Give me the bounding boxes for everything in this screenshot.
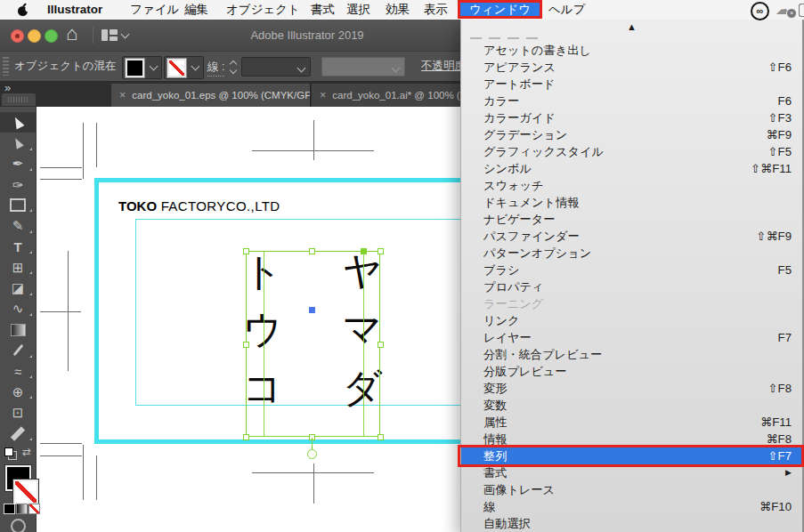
menu-help[interactable]: ヘルプ bbox=[548, 0, 585, 20]
document-tab-eps[interactable]: × card_yoko_01.eps @ 100% (CMYK/GPU プレビュ… bbox=[111, 84, 311, 107]
menu-item-properties[interactable]: プロパティ bbox=[461, 278, 802, 295]
menu-item-align[interactable]: 整列⇧F7 bbox=[461, 447, 802, 464]
menu-window-highlighted[interactable]: ウィンドウ bbox=[458, 0, 542, 19]
paintbrush-tool-icon: ✎ bbox=[12, 218, 24, 234]
selection-status-label: オブジェクトの混在 bbox=[14, 52, 117, 81]
menu-select[interactable]: 選択 bbox=[346, 0, 370, 20]
menu-item-appearance[interactable]: アピアランス⇧F6 bbox=[461, 59, 802, 76]
menu-type[interactable]: 書式 bbox=[311, 0, 335, 20]
menu-item-pattern-options[interactable]: パターンオプション bbox=[461, 245, 802, 262]
none-mode-icon[interactable] bbox=[28, 504, 40, 514]
artboard-tool[interactable]: ⊡ bbox=[0, 402, 36, 423]
menu-item-stroke[interactable]: 線⌘F10 bbox=[461, 498, 802, 515]
menu-item-label: パターンオプション bbox=[483, 245, 591, 262]
collapse-panel-button[interactable]: » bbox=[4, 81, 11, 94]
menu-item-symbols[interactable]: シンボル⇧⌘F11 bbox=[461, 160, 802, 177]
width-tool[interactable]: ≈ bbox=[0, 361, 36, 382]
menu-item-type[interactable]: 書式▶ bbox=[461, 464, 802, 481]
rectangle-tool[interactable] bbox=[0, 195, 36, 215]
menu-item-color-guide[interactable]: カラーガイド⇧F3 bbox=[461, 109, 802, 126]
menu-item-label: グラデーション bbox=[483, 126, 567, 143]
menu-effect[interactable]: 効果 bbox=[386, 0, 410, 20]
width-tool-icon: ≈ bbox=[14, 364, 21, 379]
menu-scroll-up-icon[interactable]: ▲ bbox=[461, 21, 802, 32]
menu-item-shortcut: F6 bbox=[778, 93, 792, 109]
eraser-tool[interactable]: ◪ bbox=[0, 278, 36, 298]
menu-item-image-trace[interactable]: 画像トレース bbox=[461, 481, 802, 498]
chevron-down-icon bbox=[297, 64, 306, 73]
menu-item-label: カラー bbox=[483, 93, 519, 109]
fill-color-picker[interactable] bbox=[122, 56, 162, 79]
menu-file[interactable]: ファイル bbox=[130, 0, 179, 20]
direct-selection-tool[interactable] bbox=[0, 133, 36, 153]
gradient-mode-icon[interactable] bbox=[16, 504, 28, 514]
fill-swatch[interactable] bbox=[126, 59, 144, 77]
menu-item-navigator[interactable]: ナビゲーター bbox=[461, 211, 802, 228]
menu-item-swatches[interactable]: スウォッチ bbox=[461, 177, 802, 194]
direct-selection-tool-icon bbox=[12, 137, 23, 150]
menu-item-layers[interactable]: レイヤーF7 bbox=[461, 329, 802, 346]
menu-item-label: シンボル bbox=[483, 160, 532, 177]
menu-item-learn: ラーニング bbox=[461, 295, 802, 312]
submenu-arrow-icon: ▶ bbox=[785, 464, 792, 481]
stroke-none-swatch[interactable] bbox=[167, 59, 186, 77]
swap-fill-stroke-icon[interactable]: ⇄ bbox=[22, 446, 31, 458]
menu-object[interactable]: オブジェクト bbox=[226, 0, 300, 20]
close-icon[interactable]: × bbox=[119, 89, 126, 101]
default-fill-stroke-icon[interactable] bbox=[4, 447, 17, 460]
type-tool[interactable]: T bbox=[0, 237, 36, 257]
menu-item-artboards[interactable]: アートボード bbox=[461, 76, 802, 93]
panel-grip[interactable] bbox=[3, 57, 9, 76]
menu-item-info[interactable]: 情報⌘F8 bbox=[461, 431, 802, 447]
menu-item-asset-export[interactable]: アセットの書き出し bbox=[461, 42, 802, 59]
menu-item-label: スウォッチ bbox=[483, 177, 543, 194]
menu-view[interactable]: 表示 bbox=[424, 0, 448, 20]
shaper-tool[interactable]: ∿ bbox=[0, 299, 36, 319]
close-icon[interactable]: × bbox=[320, 89, 326, 101]
menu-item-brushes[interactable]: ブラシF5 bbox=[461, 262, 802, 278]
variable-width-dropdown-disabled bbox=[321, 57, 405, 77]
pen-tool[interactable]: ✒ bbox=[0, 154, 36, 174]
stroke-panel-link[interactable]: 線 : bbox=[207, 60, 224, 77]
menu-item-links[interactable]: リンク bbox=[461, 312, 802, 329]
menu-item-flattener-preview[interactable]: 分割・統合プレビュー bbox=[461, 346, 802, 363]
menu-item-transform[interactable]: 変形⇧F8 bbox=[461, 380, 802, 397]
menu-item-label: 画像トレース bbox=[483, 481, 555, 498]
cloud-sync-icon[interactable]: ☁× bbox=[776, 0, 791, 20]
paintbrush-tool[interactable]: ✎ bbox=[0, 215, 36, 236]
apple-logo-icon[interactable] bbox=[17, 3, 29, 20]
paint-mode-buttons[interactable] bbox=[4, 504, 40, 514]
gradient-tool[interactable] bbox=[0, 319, 36, 340]
chevron-down-icon bbox=[191, 62, 200, 71]
curvature-tool[interactable]: ✑ bbox=[0, 174, 36, 195]
creative-cloud-icon[interactable]: ∞ bbox=[751, 2, 769, 20]
stroke-indicator[interactable] bbox=[13, 480, 38, 504]
menu-item-separations-preview[interactable]: 分版プレビュー bbox=[461, 363, 802, 380]
tool-panel-grip[interactable] bbox=[2, 93, 36, 106]
menu-edit[interactable]: 編集 bbox=[184, 0, 208, 20]
menu-item-pathfinder[interactable]: パスファインダー⇧⌘F9 bbox=[461, 228, 802, 245]
ruler-tool[interactable] bbox=[0, 423, 36, 443]
menu-item-graphic-styles[interactable]: グラフィックスタイル⇧F5 bbox=[461, 143, 802, 160]
menu-item-shortcut: ⇧⌘F11 bbox=[751, 160, 792, 177]
curvature-tool-icon: ✑ bbox=[12, 177, 24, 193]
stroke-weight-stepper[interactable] bbox=[230, 59, 239, 75]
free-transform-tool[interactable]: ⊞ bbox=[0, 257, 36, 278]
menu-item-label: 分割・統合プレビュー bbox=[483, 346, 602, 363]
menu-item-document-info[interactable]: ドキュメント情報 bbox=[461, 194, 802, 211]
menu-illustrator[interactable]: Illustrator bbox=[47, 0, 102, 20]
stroke-color-picker[interactable] bbox=[164, 56, 204, 79]
draw-mode-icon[interactable] bbox=[11, 519, 26, 532]
menu-item-gradient[interactable]: グラデーション⌘F9 bbox=[461, 126, 802, 143]
stroke-weight-dropdown[interactable] bbox=[241, 57, 311, 77]
selection-tool[interactable] bbox=[0, 112, 36, 133]
color-mode-icon[interactable] bbox=[4, 504, 15, 514]
menu-item-magic-wand[interactable]: 自動選択 bbox=[461, 515, 802, 532]
selection-tool-icon bbox=[12, 116, 25, 130]
eyedropper-tool[interactable] bbox=[0, 340, 36, 360]
menu-item-attributes[interactable]: 属性⌘F11 bbox=[461, 414, 802, 431]
menu-item-color[interactable]: カラーF6 bbox=[461, 93, 802, 109]
shape-builder-tool[interactable]: ⊕ bbox=[0, 382, 36, 402]
menu-item-variables[interactable]: 変数 bbox=[461, 397, 802, 414]
opacity-panel-link[interactable]: 不透明度 bbox=[421, 52, 466, 81]
